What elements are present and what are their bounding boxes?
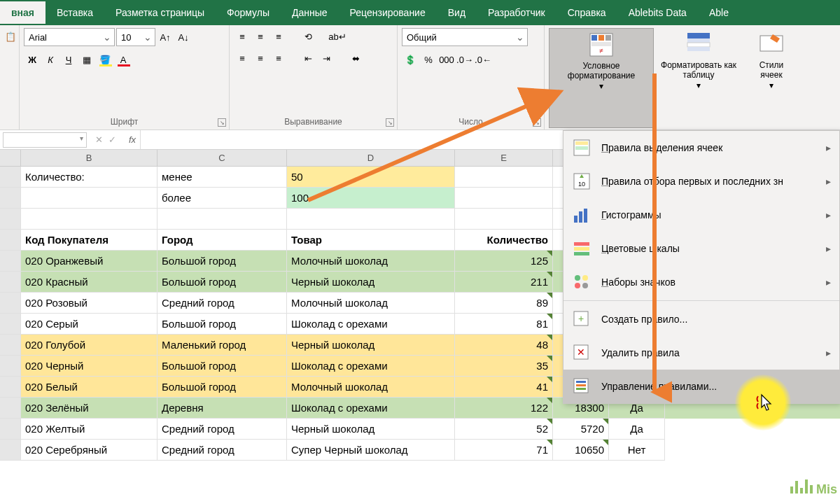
cell[interactable]: 89: [455, 293, 553, 314]
tab-вид[interactable]: Вид: [437, 1, 477, 24]
number-format-select[interactable]: Общий: [402, 28, 528, 46]
col-header-D[interactable]: D: [287, 150, 455, 167]
cell[interactable]: Молочный шоколад: [287, 377, 455, 398]
cancel-icon[interactable]: ✕: [95, 134, 103, 145]
menu-item[interactable]: Гистограммы: [564, 198, 839, 232]
cell[interactable]: Средний город: [158, 440, 287, 461]
cell[interactable]: 020 Черный: [21, 356, 158, 377]
cell[interactable]: Супер Черный шоколад: [287, 440, 455, 461]
cell[interactable]: Средний город: [158, 293, 287, 314]
menu-item[interactable]: Цветовые шкалы: [564, 232, 839, 265]
tab-вставка[interactable]: Вставка: [46, 1, 104, 24]
border-button[interactable]: ▦: [78, 51, 95, 68]
cell[interactable]: 020 Серый: [21, 314, 158, 335]
font-color-button[interactable]: A: [115, 51, 132, 68]
align-top-icon[interactable]: ≡: [234, 28, 251, 45]
cell[interactable]: Количество: [455, 230, 553, 251]
cell[interactable]: 10650: [553, 440, 609, 461]
fill-color-button[interactable]: 🪣: [97, 51, 113, 68]
clipboard-icon[interactable]: 📋: [4, 28, 17, 45]
cell[interactable]: [21, 188, 158, 209]
underline-button[interactable]: Ч: [60, 51, 77, 68]
cell[interactable]: 81: [455, 314, 553, 335]
cell[interactable]: Маленький город: [158, 335, 287, 356]
cell[interactable]: [287, 209, 455, 230]
font-name-select[interactable]: Arial: [24, 28, 115, 46]
cell[interactable]: [455, 209, 553, 230]
cell[interactable]: 100: [287, 188, 455, 209]
tab-вная[interactable]: вная: [0, 1, 46, 24]
percent-icon[interactable]: %: [420, 51, 437, 68]
menu-item[interactable]: +Создать правило...: [564, 302, 839, 336]
cell[interactable]: Большой город: [158, 356, 287, 377]
cell[interactable]: 122: [455, 398, 553, 419]
cell[interactable]: Шоколад с орехами: [287, 398, 455, 419]
cell[interactable]: Большой город: [158, 314, 287, 335]
cell[interactable]: 020 Белый: [21, 377, 158, 398]
comma-icon[interactable]: 000: [438, 51, 455, 68]
indent-inc-icon[interactable]: ⇥: [318, 50, 335, 66]
col-header-E[interactable]: E: [455, 150, 553, 167]
cell[interactable]: Большой город: [158, 251, 287, 272]
cell[interactable]: Нет: [609, 440, 665, 461]
cell[interactable]: 71: [455, 440, 553, 461]
cell[interactable]: Черный шоколад: [287, 335, 455, 356]
bold-button[interactable]: Ж: [24, 51, 41, 68]
enter-icon[interactable]: ✓: [108, 134, 116, 145]
tab-разметка-страницы[interactable]: Разметка страницы: [104, 1, 216, 24]
cell[interactable]: [455, 188, 553, 209]
cell[interactable]: 020 Зелёный: [21, 398, 158, 419]
decrease-font-icon[interactable]: A↓: [175, 29, 192, 46]
font-size-select[interactable]: 10: [116, 28, 155, 46]
menu-item[interactable]: Правила выделения ячеек: [564, 131, 839, 164]
menu-item[interactable]: Наборы значков: [564, 265, 839, 299]
cell[interactable]: 020 Оранжевый: [21, 251, 158, 272]
alignment-dialog-launcher[interactable]: ↘: [386, 118, 394, 127]
tab-able[interactable]: Able: [698, 1, 740, 24]
conditional-formatting-button[interactable]: ≠ Условное форматирование ▾: [549, 28, 654, 128]
cell[interactable]: 211: [455, 272, 553, 293]
align-bottom-icon[interactable]: ≡: [270, 28, 287, 45]
menu-item[interactable]: 10Правила отбора первых и последних зн: [564, 164, 839, 198]
cell[interactable]: Да: [609, 419, 665, 440]
decimal-dec-icon[interactable]: .0←: [475, 51, 491, 68]
currency-icon[interactable]: 💲: [402, 51, 419, 68]
align-center-icon[interactable]: ≡: [252, 50, 269, 66]
cell[interactable]: Количество:: [21, 167, 158, 188]
cell[interactable]: Шоколад с орехами: [287, 356, 455, 377]
name-box[interactable]: [3, 132, 87, 148]
tab-данные[interactable]: Данные: [281, 1, 339, 24]
cell[interactable]: Большой город: [158, 377, 287, 398]
tab-рецензирование[interactable]: Рецензирование: [339, 1, 437, 24]
align-middle-icon[interactable]: ≡: [252, 28, 269, 45]
cell[interactable]: 020 Серебряный: [21, 440, 158, 461]
merge-icon[interactable]: ⬌: [347, 50, 364, 66]
cell[interactable]: 48: [455, 335, 553, 356]
cell[interactable]: 5720: [553, 419, 609, 440]
cell[interactable]: Город: [158, 230, 287, 251]
cell[interactable]: 52: [455, 419, 553, 440]
menu-item[interactable]: Управление правилами...: [564, 370, 839, 403]
cell[interactable]: 020 Красный: [21, 272, 158, 293]
cell-styles-button[interactable]: Стили ячеек ▾: [743, 28, 799, 128]
cell[interactable]: Товар: [287, 230, 455, 251]
menu-item[interactable]: ✕Удалить правила: [564, 336, 839, 370]
cell[interactable]: 50: [287, 167, 455, 188]
tab-формулы[interactable]: Формулы: [216, 1, 281, 24]
cell[interactable]: 020 Розовый: [21, 293, 158, 314]
cell[interactable]: Черный шоколад: [287, 272, 455, 293]
cell[interactable]: более: [158, 188, 287, 209]
font-dialog-launcher[interactable]: ↘: [218, 118, 226, 127]
cell[interactable]: [158, 209, 287, 230]
tab-справка[interactable]: Справка: [556, 1, 617, 24]
decimal-inc-icon[interactable]: .0→: [456, 51, 473, 68]
fx-icon[interactable]: fx: [125, 134, 140, 145]
cell[interactable]: Шоколад с орехами: [287, 314, 455, 335]
col-header-C[interactable]: C: [158, 150, 287, 167]
italic-button[interactable]: К: [42, 51, 59, 68]
cell[interactable]: 35: [455, 356, 553, 377]
cell[interactable]: менее: [158, 167, 287, 188]
tab-ablebits-data[interactable]: Ablebits Data: [617, 1, 698, 24]
cell[interactable]: Черный шоколад: [287, 419, 455, 440]
cell[interactable]: Молочный шоколад: [287, 293, 455, 314]
